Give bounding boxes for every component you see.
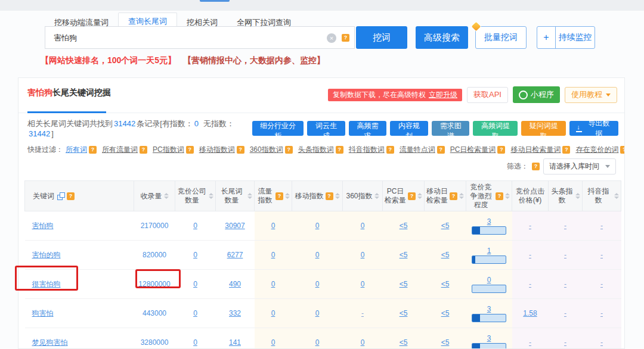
bid_companies-link[interactable]: 0 <box>193 338 197 347</box>
filter-link[interactable]: 移动指数词 <box>199 145 235 154</box>
sort-icon[interactable] <box>335 193 340 199</box>
action-button[interactable]: 疑问词提取 <box>521 121 566 136</box>
index_360-link[interactable]: 0 <box>361 222 365 230</box>
keyword-link[interactable]: 害怕狗 <box>32 222 54 230</box>
keyword-link[interactable]: 狗害怕 <box>32 309 54 317</box>
traffic_index-link[interactable]: 0 <box>271 309 275 317</box>
longtail_count-link[interactable]: 332 <box>229 309 241 317</box>
sort-icon[interactable] <box>505 193 510 199</box>
miniprogram-button[interactable]: 小程序 <box>513 86 560 103</box>
filter-link[interactable]: 移动日检索量词 <box>510 145 561 154</box>
competition-value-link[interactable]: 3 <box>487 334 491 342</box>
bid_companies-link[interactable]: 0 <box>193 280 197 288</box>
keyword-link[interactable]: 很害怕狗 <box>32 280 61 288</box>
traffic_index-link[interactable]: 0 <box>271 280 275 288</box>
promo-link-marketing-intel[interactable]: 【营销情报中心，大数据内参、监控】 <box>183 55 325 65</box>
copy-icon[interactable] <box>57 192 65 200</box>
longtail_count-link[interactable]: 30907 <box>225 222 244 230</box>
index_360-link[interactable]: 0 <box>361 280 365 288</box>
keyword-link[interactable]: 梦见狗害怕 <box>32 338 68 347</box>
filter-link[interactable]: 所有词 <box>66 145 87 154</box>
pc_daily-link[interactable]: <5 <box>400 280 408 288</box>
toutiao_index-link[interactable]: - <box>564 309 566 317</box>
monitor-split-button[interactable]: + 持续监控 <box>537 26 595 49</box>
filter-link[interactable]: 360指数词 <box>250 145 283 154</box>
cpc-link[interactable]: - <box>529 338 531 347</box>
pc_daily-link[interactable]: <5 <box>400 222 408 230</box>
bid_companies-link[interactable]: 0 <box>193 251 197 259</box>
mobile_daily-link[interactable]: <5 <box>441 338 450 347</box>
mobile_index-link[interactable]: 0 <box>315 251 320 259</box>
pc_daily-link[interactable]: <5 <box>400 251 408 259</box>
cpc-link[interactable]: - <box>529 251 531 259</box>
douyin_index-link[interactable]: - <box>600 280 603 288</box>
advanced-search-button[interactable]: 高级搜索 <box>416 26 468 49</box>
sort-icon[interactable] <box>209 193 213 199</box>
traffic_index-link[interactable]: 0 <box>271 251 275 259</box>
filter-link[interactable]: 流量特点词 <box>400 145 435 154</box>
sort-icon[interactable] <box>417 193 422 199</box>
mobile_daily-link[interactable]: <5 <box>441 222 450 230</box>
index_360-link[interactable]: - <box>361 309 364 317</box>
index_360-link[interactable]: 0 <box>361 338 365 347</box>
cpc-link[interactable]: - <box>529 280 531 288</box>
filter-link[interactable]: 头条指数词 <box>298 145 334 154</box>
index_360-link[interactable]: 0 <box>361 251 365 259</box>
get-api-button[interactable]: 获取API <box>467 87 508 103</box>
help-icon[interactable]: ? <box>532 163 540 170</box>
longtail_count-link[interactable]: 6277 <box>227 251 243 259</box>
action-button[interactable]: 高频词提取 <box>473 121 518 136</box>
sort-icon[interactable] <box>164 193 169 199</box>
help-icon[interactable]: ? <box>342 34 349 42</box>
help-icon[interactable]: ? <box>562 146 570 154</box>
upgrade-banner[interactable]: 复制数据下载，尽在高级特权 立即升级 <box>328 89 462 101</box>
sort-icon[interactable] <box>575 193 580 199</box>
sort-icon[interactable] <box>285 193 290 199</box>
traffic_index-link[interactable]: 0 <box>271 338 275 347</box>
help-icon[interactable]: ? <box>186 146 194 154</box>
help-icon[interactable]: ? <box>386 146 394 154</box>
sort-icon[interactable] <box>374 193 379 199</box>
competition-value-link[interactable]: 0 <box>487 276 491 284</box>
help-icon[interactable]: ? <box>497 146 505 154</box>
douyin_index-link[interactable]: - <box>600 309 603 317</box>
clear-icon[interactable]: × <box>327 33 336 43</box>
monitor-label[interactable]: 持续监控 <box>556 27 595 48</box>
action-button[interactable]: 细分行业分析 <box>252 121 304 136</box>
help-icon[interactable]: ? <box>67 192 75 200</box>
bid_companies-link[interactable]: 0 <box>193 222 197 230</box>
upgrade-now-link[interactable]: 立即升级 <box>429 90 457 100</box>
export-data-button[interactable]: ↓ 导出数据 <box>569 121 618 136</box>
pc_daily-link[interactable]: <5 <box>400 309 408 317</box>
filter-link[interactable]: 抖音指数词 <box>349 145 385 154</box>
help-icon[interactable]: ? <box>620 146 625 154</box>
longtail_count-link[interactable]: 141 <box>229 338 241 347</box>
sort-icon[interactable] <box>247 193 252 199</box>
add-monitor-button[interactable]: + <box>537 27 556 48</box>
action-button[interactable]: 词云生成 <box>307 121 345 136</box>
cpc-link[interactable]: 1.58 <box>523 309 537 317</box>
toutiao_index-link[interactable]: - <box>564 280 566 288</box>
batch-dig-button[interactable]: 批量挖词 <box>475 26 527 49</box>
douyin_index-link[interactable]: - <box>600 222 603 230</box>
help-icon[interactable]: ? <box>275 192 283 200</box>
tutorial-button[interactable]: 使用教程 <box>565 87 617 103</box>
mobile_index-link[interactable]: 0 <box>315 280 320 288</box>
mobile_daily-link[interactable]: <5 <box>441 309 450 317</box>
search-input[interactable] <box>52 27 317 49</box>
competition-value-link[interactable]: 3 <box>487 217 491 226</box>
mobile_index-link[interactable]: 0 <box>315 338 320 347</box>
filter-link[interactable]: 存在竞价的词 <box>575 145 618 154</box>
mobile_index-link[interactable]: 0 <box>315 222 320 230</box>
promo-link-fast-ranking[interactable]: 【网站快速排名，100个词一天5元】 <box>41 55 176 65</box>
mobile_daily-link[interactable]: <5 <box>441 280 450 288</box>
toutiao_index-link[interactable]: - <box>564 222 566 230</box>
mobile_index-link[interactable]: 0 <box>315 309 320 317</box>
toutiao_index-link[interactable]: - <box>564 338 566 347</box>
douyin_index-link[interactable]: - <box>600 338 603 347</box>
help-icon[interactable]: ? <box>408 192 416 200</box>
pc_daily-link[interactable]: <5 <box>400 338 408 347</box>
filter-link[interactable]: PC指数词 <box>153 145 184 154</box>
help-icon[interactable]: ? <box>140 146 147 154</box>
douyin_index-link[interactable]: - <box>600 251 603 259</box>
